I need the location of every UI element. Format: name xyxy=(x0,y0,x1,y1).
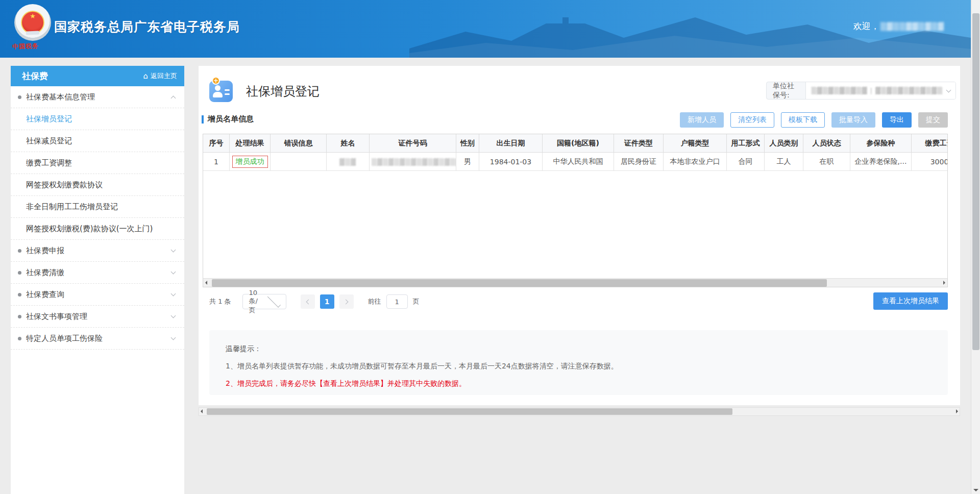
bullet-icon xyxy=(18,315,21,318)
sidebar-menu: 社保费基本信息管理 社保增员登记 社保减员登记 缴费工资调整 网签授权划缴费款协… xyxy=(11,86,184,350)
scroll-down-arrow-icon[interactable] xyxy=(973,489,978,491)
ribbon-shape xyxy=(26,31,39,35)
chevron-down-icon xyxy=(171,335,176,340)
add-person-card-icon: + xyxy=(209,81,233,102)
cell-insurance: 企业养老保险,... xyxy=(850,153,912,171)
page-size-select[interactable]: 10条/页 xyxy=(242,294,286,309)
chevron-up-icon xyxy=(171,95,176,101)
sidebar-item-document-mgmt[interactable]: 社保文书事项管理 xyxy=(11,306,184,328)
table-horizontal-scrollbar[interactable] xyxy=(203,278,947,287)
col-id-number: 证件号码 xyxy=(370,134,456,153)
bullet-icon xyxy=(18,337,21,340)
col-hukou-type: 户籍类型 xyxy=(664,134,727,153)
pagination: 共 1 条 10条/页 1 前往 1 页 xyxy=(209,294,420,309)
masked-id-number: ▒▓▒▓▒▓▒▓▒▓▒▓▒▓▒▓▒▓ xyxy=(372,158,456,166)
bullet-icon xyxy=(18,271,21,275)
next-page-button[interactable] xyxy=(339,294,354,309)
sidebar-item-tax-agreement-onedoor[interactable]: 网签授权划缴税(费)款协议(一次上门) xyxy=(11,218,184,240)
export-button[interactable]: 导出 xyxy=(882,112,912,128)
personnel-table: 序号 处理结果 错误信息 姓名 证件号码 性别 出生日期 国籍(地区籍) 证件类… xyxy=(203,134,948,171)
page-vertical-scrollbar[interactable] xyxy=(971,0,980,494)
toolbar: 新增人员 清空列表 模板下载 批量导入 导出 提交 xyxy=(680,112,948,128)
table-header-row: 序号 处理结果 错误信息 姓名 证件号码 性别 出生日期 国籍(地区籍) 证件类… xyxy=(203,134,948,153)
chevron-down-icon xyxy=(171,269,176,275)
sidebar-item-fee-declare[interactable]: 社保费申报 xyxy=(11,240,184,262)
welcome-label: 欢迎， xyxy=(853,20,879,32)
submit-button[interactable]: 提交 xyxy=(918,112,948,128)
clear-list-button[interactable]: 清空列表 xyxy=(730,112,774,128)
chevron-down-icon xyxy=(171,248,176,253)
star-icon: ★ xyxy=(22,13,43,19)
scroll-right-arrow-icon[interactable] xyxy=(943,281,945,285)
welcome-area: 欢迎， ▒▓▒▒▓▓▒▓▒▓ xyxy=(853,20,944,32)
chevron-down-icon xyxy=(171,291,176,297)
scroll-left-arrow-icon[interactable] xyxy=(201,409,203,413)
tips-title: 温馨提示： xyxy=(226,344,948,354)
cell-nationality: 中华人民共和国 xyxy=(543,153,614,171)
col-status: 人员状态 xyxy=(803,134,850,153)
section-accent-bar xyxy=(202,115,204,124)
current-page-button[interactable]: 1 xyxy=(320,294,334,309)
company-ssn-select[interactable]: 单位社保号: ▒▓▒▓▒▓▒▓▒▓ | ▓▒▓▒▓▒▓▒▓▒▓▒ xyxy=(766,82,956,100)
col-result: 处理结果 xyxy=(230,134,271,153)
sidebar-item-online-agreement[interactable]: 网签授权划缴费款协议 xyxy=(11,174,184,196)
sidebar-item-basic-info-mgmt[interactable]: 社保费基本信息管理 xyxy=(11,86,184,108)
col-employment: 用工形式 xyxy=(727,134,765,153)
total-count: 共 1 条 xyxy=(209,297,231,306)
scrollbar-thumb[interactable] xyxy=(212,279,827,287)
chevron-down-icon xyxy=(946,87,951,92)
tips-line-1: 1、增员名单列表提供暂存功能，未成功增员数据可暂存至本月最后一天，本月最后一天2… xyxy=(226,362,948,371)
cell-name: ▓▒▓ xyxy=(327,153,370,171)
col-id-type: 证件类型 xyxy=(614,134,664,153)
scroll-right-arrow-icon[interactable] xyxy=(956,409,958,413)
sidebar-item-remove-personnel[interactable]: 社保减员登记 xyxy=(11,130,184,152)
sidebar-item-add-personnel[interactable]: 社保增员登记 xyxy=(11,108,184,130)
cell-id-type: 居民身份证 xyxy=(614,153,664,171)
sidebar-header: 社保费 ⌂ 返回主页 xyxy=(11,66,184,86)
personnel-table-container: 序号 处理结果 错误信息 姓名 证件号码 性别 出生日期 国籍(地区籍) 证件类… xyxy=(203,134,948,287)
table-row: 1 增员成功 ▓▒▓ ▒▓▒▓▒▓▒▓▒▓▒▓▒▓▒▓▒▓ 男 1984-01-… xyxy=(203,153,948,171)
cell-employment: 合同 xyxy=(727,153,765,171)
sidebar-item-salary-adjust[interactable]: 缴费工资调整 xyxy=(11,152,184,174)
site-title: 国家税务总局广东省电子税务局 xyxy=(54,18,240,35)
sidebar-item-special-injury-insurance[interactable]: 特定人员单项工伤保险 xyxy=(11,328,184,350)
template-download-button[interactable]: 模板下载 xyxy=(781,112,825,128)
sidebar-item-fee-settle[interactable]: 社保费清缴 xyxy=(11,262,184,284)
cell-error xyxy=(271,153,327,171)
cell-salary: 3000 xyxy=(912,153,948,171)
goto-page-input[interactable]: 1 xyxy=(386,294,408,309)
col-name: 姓名 xyxy=(327,134,370,153)
col-error: 错误信息 xyxy=(271,134,327,153)
page-title-row: + 社保增员登记 xyxy=(209,81,320,102)
section-header: 增员名单信息 xyxy=(202,114,254,124)
col-gender: 性别 xyxy=(456,134,479,153)
page-horizontal-scrollbar[interactable] xyxy=(199,407,960,416)
goto-label: 前往 xyxy=(368,297,381,306)
scrollbar-thumb[interactable] xyxy=(972,13,979,350)
company-ssn-label: 单位社保号: xyxy=(767,82,806,99)
masked-username: ▒▓▒▒▓▓▒▓▒▓ xyxy=(880,22,944,31)
sidebar-item-parttime-injury[interactable]: 非全日制用工工伤增员登记 xyxy=(11,196,184,218)
view-last-result-button[interactable]: 查看上次增员结果 xyxy=(873,292,948,310)
cell-birthdate: 1984-01-03 xyxy=(479,153,543,171)
bullet-icon xyxy=(18,293,21,297)
scrollbar-thumb[interactable] xyxy=(207,408,732,415)
scroll-left-arrow-icon[interactable] xyxy=(205,281,207,285)
prev-page-button[interactable] xyxy=(301,294,315,309)
sidebar-item-fee-query[interactable]: 社保费查询 xyxy=(11,284,184,306)
chevron-down-icon xyxy=(171,313,176,318)
col-salary: 缴费工资 xyxy=(912,134,948,153)
company-ssn-value: ▒▓▒▓▒▓▒▓▒▓ | ▓▒▓▒▓▒▓▒▓▒▓▒ xyxy=(806,82,955,99)
add-person-button[interactable]: 新增人员 xyxy=(680,112,724,128)
batch-import-button[interactable]: 批量导入 xyxy=(831,112,875,128)
col-category: 人员类别 xyxy=(765,134,803,153)
sidebar: 社保费 ⌂ 返回主页 社保费基本信息管理 社保增员登记 社保减员登记 缴费工资调… xyxy=(11,66,184,494)
cell-result: 增员成功 xyxy=(230,153,271,171)
page-title: 社保增员登记 xyxy=(246,83,320,100)
cell-id-number: ▒▓▒▓▒▓▒▓▒▓▒▓▒▓▒▓▒▓ xyxy=(370,153,456,171)
section-title: 增员名单信息 xyxy=(208,114,254,124)
tips-box: 温馨提示： 1、增员名单列表提供暂存功能，未成功增员数据可暂存至本月最后一天，本… xyxy=(209,330,948,395)
cell-status: 在职 xyxy=(803,153,850,171)
cell-gender: 男 xyxy=(456,153,479,171)
return-home-link[interactable]: ⌂ 返回主页 xyxy=(143,71,177,81)
